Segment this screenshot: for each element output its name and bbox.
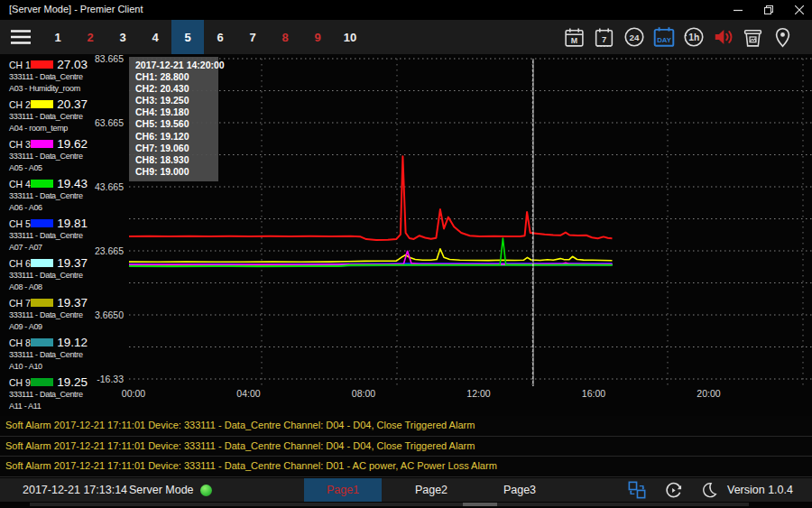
channel-entry-8[interactable]: CH 819.12333111 - Data_CentreA10 - A10 (0, 334, 90, 374)
minimize-button[interactable] (723, 0, 753, 20)
channel-id: CH 2 (9, 99, 31, 110)
channel-entry-5[interactable]: CH 519.81333111 - Data_CentreA07 - A07 (0, 215, 90, 254)
view-tab-1[interactable]: 1 (42, 20, 74, 54)
hour1-icon: 1h (682, 25, 706, 49)
channel-device: 333111 - Data_Centre (9, 349, 90, 361)
channel-entry-4[interactable]: CH 419.43333111 - Data_CentreA06 - A06 (0, 175, 90, 215)
y-tick-label: 3.6650 (88, 309, 124, 320)
view-tab-3[interactable]: 3 (106, 20, 139, 54)
restore-icon (764, 5, 773, 14)
hour24-button[interactable]: 24 (619, 20, 649, 54)
channel-id: CH 3 (9, 139, 31, 150)
channel-entry-3[interactable]: CH 319.62333111 - Data_CentreA05 - A05 (0, 135, 90, 175)
night-mode-button[interactable] (691, 478, 727, 502)
view-tab-8[interactable]: 8 (269, 20, 301, 54)
statusbar-icons (619, 478, 727, 502)
channel-color-swatch (31, 378, 53, 386)
calendar-month-icon: M (563, 26, 586, 49)
hamburger-icon (11, 30, 31, 44)
channel-device: 333111 - Data_Centre (9, 111, 90, 123)
tooltip-row: CH7: 19.060 (135, 143, 218, 154)
channel-color-swatch (31, 259, 53, 267)
svg-text:24: 24 (629, 32, 639, 42)
alarm-row[interactable]: Soft Alarm 2017-12-21 17:11:01 Device: 3… (0, 437, 812, 457)
alarm-sound-button[interactable] (708, 20, 738, 54)
sync-button[interactable] (655, 478, 691, 502)
view-tab-10[interactable]: 10 (334, 20, 366, 54)
chart-plot[interactable] (129, 54, 812, 391)
page-tab-page3[interactable]: Page3 (481, 478, 558, 502)
toolbar-icons: M 7 24 DAY 1h (559, 20, 798, 54)
channel-id: CH 8 (9, 337, 31, 348)
channel-device: 333111 - Data_Centre (9, 270, 90, 282)
view-tab-4[interactable]: 4 (139, 20, 171, 54)
tooltip-timestamp: 2017-12-21 14:20:00 (135, 60, 218, 71)
view-tab-6[interactable]: 6 (204, 20, 236, 54)
view-tab-7[interactable]: 7 (236, 20, 269, 54)
channel-point: A08 - A08 (9, 282, 90, 293)
page-tab-page2[interactable]: Page2 (392, 478, 470, 502)
x-tick-label: 00:00 (117, 388, 150, 399)
alarm-row[interactable]: Soft Alarm 2017-12-21 17:11:01 Device: 3… (0, 457, 812, 477)
view-tabs: 12345678910 (42, 20, 366, 54)
alarm-row[interactable]: Soft Alarm 2017-12-21 17:11:01 Device: 3… (0, 416, 812, 437)
scrollbar-thumb[interactable] (463, 503, 497, 506)
titlebar: [Server Mode] - Premier Client (0, 0, 812, 20)
alarm-list: Soft Alarm 2017-12-21 17:11:01 Device: 3… (0, 416, 812, 477)
calendar-week-icon: 7 (593, 26, 615, 49)
close-icon (795, 5, 804, 14)
view-tab-5[interactable]: 5 (171, 20, 204, 54)
channel-device: 333111 - Data_Centre (9, 190, 90, 202)
channel-id: CH 4 (9, 179, 31, 189)
menu-button[interactable] (0, 20, 42, 54)
snapshot-bin-button[interactable] (738, 20, 768, 54)
restore-button[interactable] (753, 0, 784, 20)
channel-value: 27.03 (57, 58, 90, 71)
day-view-button[interactable]: DAY (649, 20, 678, 54)
page-layout-icon (628, 481, 646, 499)
page-tabs: Page1Page2Page3 (304, 478, 558, 502)
channel-color-swatch (31, 338, 53, 346)
tooltip-row: CH5: 19.560 (135, 118, 218, 130)
y-tick-label: 83.665 (88, 53, 124, 64)
channel-list: CH 127.03333111 - Data_CentreA03 - Humid… (0, 56, 90, 413)
calendar-week-button[interactable]: 7 (589, 20, 619, 54)
snapshot-bin-icon (742, 26, 764, 49)
channel-value: 19.12 (57, 336, 90, 349)
channel-device: 333111 - Data_Centre (9, 71, 90, 83)
view-tab-9[interactable]: 9 (301, 20, 334, 54)
channel-value: 19.62 (57, 137, 90, 151)
channel-point: A11 - A11 (9, 401, 90, 412)
hour1-button[interactable]: 1h (678, 20, 708, 54)
tooltip-row: CH3: 19.250 (135, 95, 218, 106)
channel-device: 333111 - Data_Centre (9, 230, 90, 242)
channel-color-swatch (31, 299, 53, 307)
current-datetime: 2017-12-21 17:13:14 (23, 484, 127, 496)
page-tab-page1[interactable]: Page1 (304, 478, 382, 502)
channel-entry-7[interactable]: CH 719.37333111 - Data_CentreA09 - A09 (0, 294, 90, 334)
y-tick-label: 63.665 (88, 117, 124, 128)
connection-status-indicator (200, 485, 212, 496)
horizontal-scrollbar[interactable] (30, 503, 749, 506)
channel-color-swatch (31, 60, 53, 69)
svg-text:7: 7 (602, 35, 606, 44)
close-button[interactable] (784, 0, 812, 20)
channel-entry-6[interactable]: CH 619.37333111 - Data_CentreA08 - A08 (0, 254, 90, 294)
x-tick-label: 04:00 (233, 388, 265, 399)
calendar-month-button[interactable]: M (559, 20, 589, 54)
window-title: [Server Mode] - Premier Client (9, 4, 143, 14)
location-icon (771, 26, 794, 49)
channel-point: A06 - A06 (9, 202, 90, 214)
svg-text:1h: 1h (688, 32, 699, 42)
page-layout-button[interactable] (619, 478, 655, 502)
location-button[interactable] (768, 20, 798, 54)
x-tick-label: 16:00 (577, 388, 610, 399)
y-tick-label: 43.665 (88, 181, 124, 192)
view-tab-2[interactable]: 2 (74, 20, 106, 54)
channel-entry-2[interactable]: CH 220.37333111 - Data_CentreA04 - room_… (0, 96, 90, 135)
channel-id: CH 1 (9, 60, 31, 70)
channel-entry-9[interactable]: CH 919.25333111 - Data_CentreA11 - A11 (0, 374, 90, 413)
channel-entry-1[interactable]: CH 127.03333111 - Data_CentreA03 - Humid… (0, 56, 90, 96)
y-tick-label: 23.665 (88, 245, 124, 256)
channel-id: CH 7 (9, 298, 31, 309)
